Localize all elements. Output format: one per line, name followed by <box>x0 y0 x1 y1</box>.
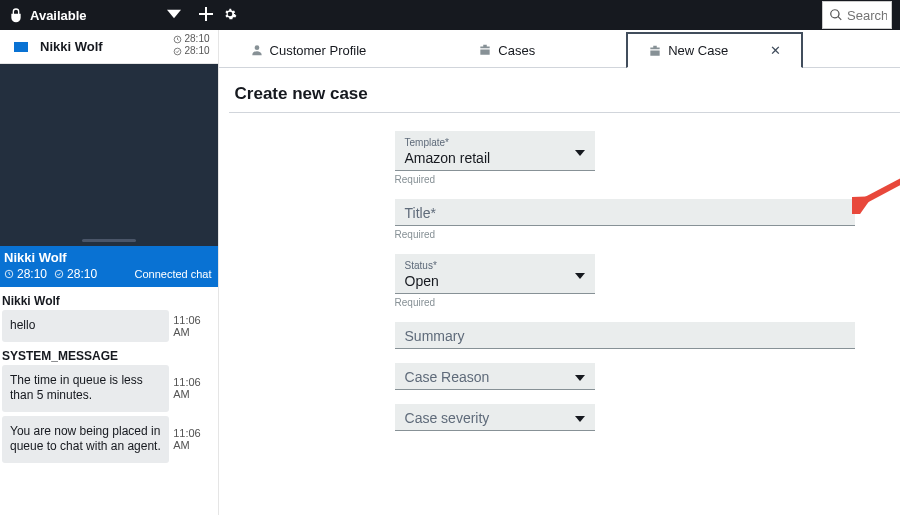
tab-customer-profile[interactable]: Customer Profile <box>229 32 388 68</box>
field-label: Case Reason <box>405 369 585 385</box>
msg-sender: SYSTEM_MESSAGE <box>2 346 216 365</box>
chat-bubble: The time in queue is less than 5 minutes… <box>2 365 169 412</box>
field-hint: Required <box>395 174 855 185</box>
contact-list-empty <box>0 64 218 246</box>
top-bar: Available <box>0 0 900 30</box>
svg-point-3 <box>55 270 63 278</box>
active-timer-1: 28:10 <box>17 267 47 281</box>
chevron-down-icon <box>575 142 585 160</box>
chat-bubble: hello <box>2 310 169 342</box>
svg-point-4 <box>254 45 259 50</box>
title-input[interactable]: Title* <box>395 199 855 226</box>
field-value: Amazon retail <box>405 150 585 166</box>
contact-timers: 28:10 28:10 <box>173 33 210 57</box>
tab-label: New Case <box>668 43 728 58</box>
contact-tab[interactable]: Nikki Wolf 28:10 28:10 <box>0 30 218 64</box>
chevron-down-icon <box>575 408 585 426</box>
chat-transcript: Nikki Wolf hello 11:06 AM SYSTEM_MESSAGE… <box>0 287 218 467</box>
status-select[interactable]: Status* Open <box>395 254 595 294</box>
chat-timestamp: 11:06 AM <box>173 314 215 338</box>
chevron-down-icon <box>575 265 585 283</box>
field-label: Case severity <box>405 410 585 426</box>
field-label: Summary <box>405 328 845 344</box>
global-search-input[interactable] <box>847 8 887 23</box>
close-icon[interactable]: ✕ <box>770 43 781 58</box>
active-contact-bar[interactable]: Nikki Wolf 28:10 28:10 Connected chat <box>0 246 218 287</box>
field-label: Status* <box>405 260 585 271</box>
tab-label: Cases <box>498 43 535 58</box>
plus-icon[interactable] <box>199 7 213 24</box>
chat-timestamp: 11:06 AM <box>173 427 215 451</box>
active-contact-status: Connected chat <box>134 268 211 280</box>
summary-input[interactable]: Summary <box>395 322 855 349</box>
chat-message: You are now being placed in queue to cha… <box>2 416 216 463</box>
field-status: Status* Open Required <box>395 254 855 308</box>
tab-label: Customer Profile <box>270 43 367 58</box>
active-contact-name: Nikki Wolf <box>4 250 212 265</box>
gear-icon[interactable] <box>223 7 237 24</box>
active-timer-2: 28:10 <box>67 267 97 281</box>
case-severity-select[interactable]: Case severity <box>395 404 595 431</box>
agent-status-label: Available <box>30 8 87 23</box>
field-label: Template* <box>405 137 585 148</box>
field-case-reason: Case Reason <box>395 363 855 390</box>
field-case-severity: Case severity <box>395 404 855 431</box>
agent-status[interactable]: Available <box>8 7 87 23</box>
tab-new-case[interactable]: New Case ✕ <box>626 32 803 68</box>
global-search[interactable] <box>822 1 892 29</box>
field-summary: Summary <box>395 322 855 349</box>
tab-bar: Customer Profile Cases New Case ✕ <box>219 30 900 68</box>
chat-bubble: You are now being placed in queue to cha… <box>2 416 169 463</box>
new-case-form: Create new case Template* Amazon retail … <box>219 68 900 431</box>
resize-handle[interactable] <box>82 239 136 242</box>
field-value: Open <box>405 273 585 289</box>
chat-icon <box>14 42 28 52</box>
chat-timestamp: 11:06 AM <box>173 376 215 400</box>
left-panel: Nikki Wolf 28:10 28:10 Nikki Wolf 28:10 … <box>0 30 218 515</box>
chat-message: The time in queue is less than 5 minutes… <box>2 365 216 412</box>
chevron-down-icon <box>575 367 585 385</box>
case-reason-select[interactable]: Case Reason <box>395 363 595 390</box>
msg-sender: Nikki Wolf <box>2 291 216 310</box>
chat-message: hello 11:06 AM <box>2 310 216 342</box>
field-label: Title* <box>405 205 845 221</box>
field-template: Template* Amazon retail Required <box>395 131 855 185</box>
field-hint: Required <box>395 297 855 308</box>
field-hint: Required <box>395 229 855 240</box>
status-dropdown-icon[interactable] <box>167 7 181 24</box>
divider <box>229 112 900 113</box>
main-panel: Customer Profile Cases New Case ✕ Create… <box>218 30 900 515</box>
template-select[interactable]: Template* Amazon retail <box>395 131 595 171</box>
tab-cases[interactable]: Cases <box>457 32 556 68</box>
search-icon <box>829 8 843 22</box>
contact-name: Nikki Wolf <box>40 39 103 54</box>
page-title: Create new case <box>235 84 855 104</box>
field-title: Title* Required <box>395 199 855 240</box>
svg-point-1 <box>174 48 181 55</box>
